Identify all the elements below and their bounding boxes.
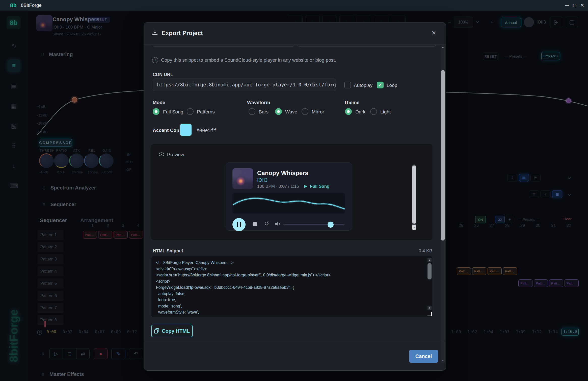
code-scrollbar-thumb[interactable]: [427, 263, 432, 279]
theme-group-label: Theme: [344, 100, 359, 105]
snippet-size-label: 0.4 KB: [411, 248, 432, 254]
scrolled-input-partial[interactable]: [298, 45, 436, 47]
waveform-bars-radio[interactable]: [249, 108, 255, 115]
theme-dark-label[interactable]: Dark: [355, 109, 365, 115]
autoplay-checkbox[interactable]: [344, 82, 351, 88]
modal-body: i Copy this snippet to embed a SoundClou…: [144, 45, 446, 363]
loop-label[interactable]: Loop: [387, 83, 397, 88]
player-album-art: [232, 168, 253, 189]
mode-group-label: Mode: [153, 100, 165, 105]
code-line: ForgeWidget.load('fp-owausqx', 'b3dbcbcc…: [156, 284, 428, 291]
accent-color-hex: #00e5ff: [196, 128, 217, 133]
code-snippet-box[interactable]: <!-- 8BitForge Player: Canopy Whispers -…: [151, 256, 433, 317]
waveform-bars-label[interactable]: Bars: [259, 109, 269, 115]
eye-icon: [158, 152, 165, 157]
player-artist: IOII3: [257, 177, 268, 183]
close-window-button[interactable]: ✕: [578, 2, 586, 9]
theme-light-radio[interactable]: [370, 108, 377, 115]
pause-icon: [237, 222, 241, 227]
player-stop-button[interactable]: [253, 222, 257, 226]
player-mode-label: Full Song: [310, 184, 329, 189]
mode-patterns-label[interactable]: Patterns: [197, 109, 215, 115]
code-scrollbar-up-arrow[interactable]: ▲: [427, 258, 432, 262]
info-icon: i: [152, 57, 158, 63]
preview-scrollbar-down-arrow[interactable]: ▼: [412, 225, 416, 230]
accent-color-label: Accent Color: [153, 128, 182, 133]
waveform-wave-label[interactable]: Wave: [285, 109, 297, 115]
code-line: <script>: [156, 278, 428, 285]
export-project-modal: Export Project × i Copy this snippet to …: [144, 22, 446, 371]
info-text: Copy this snippet to embed a SoundCloud-…: [161, 57, 336, 63]
titlebar: 8b 8BitForge ─ ▢ ✕: [0, 0, 588, 11]
copy-html-button[interactable]: Copy HTML: [151, 325, 193, 337]
volume-icon[interactable]: [275, 221, 281, 228]
maximize-button[interactable]: ▢: [571, 2, 578, 9]
resize-grip[interactable]: [427, 312, 432, 316]
html-snippet-label: HTML Snippet: [153, 248, 183, 254]
code-line: <!-- 8BitForge Player: Canopy Whispers -…: [156, 260, 428, 266]
player-loop-button[interactable]: ↺: [264, 220, 269, 227]
loop-checkbox[interactable]: ✓: [377, 82, 384, 88]
modal-scrollbar-thumb[interactable]: [441, 70, 445, 241]
divider: [144, 341, 446, 341]
close-icon[interactable]: ×: [432, 29, 436, 37]
mode-full-song-radio[interactable]: [153, 108, 159, 115]
volume-slider-track[interactable]: [283, 224, 344, 225]
preview-scrollbar-thumb[interactable]: [412, 165, 416, 224]
autoplay-label[interactable]: Autoplay: [354, 83, 372, 88]
scrolled-input-partial[interactable]: [153, 45, 294, 47]
minimize-button[interactable]: ─: [563, 2, 571, 9]
theme-dark-radio[interactable]: [345, 108, 352, 115]
code-line: loop: true,: [156, 297, 428, 303]
copy-html-label: Copy HTML: [162, 328, 190, 334]
cancel-button[interactable]: Cancel: [409, 350, 438, 363]
waveform-mirror-label[interactable]: Mirror: [312, 109, 324, 115]
play-triangle-icon: ▶: [304, 184, 307, 188]
copy-icon: [154, 328, 159, 334]
download-icon: [152, 29, 158, 37]
mode-patterns-radio[interactable]: [187, 108, 194, 115]
modal-scrollbar-up-arrow[interactable]: ▲: [441, 46, 445, 50]
waveform-group-label: Waveform: [247, 100, 270, 105]
accent-color-swatch[interactable]: [179, 123, 192, 136]
player-track-title: Canopy Whispers: [257, 170, 308, 177]
player-meta: 100 BPM · 0:07 / 1:16: [257, 184, 299, 189]
waveform-wave-radio[interactable]: [275, 108, 282, 115]
app-title: 8BitForge: [21, 3, 42, 8]
app-logo: 8b: [10, 2, 17, 8]
modal-title: Export Project: [162, 30, 203, 37]
waveform-mirror-radio[interactable]: [302, 108, 308, 115]
cdn-url-input[interactable]: https://8bitforge.8binami.app/api-forge-…: [153, 79, 336, 91]
code-line: mode: 'song',: [156, 303, 428, 309]
modal-scrollbar-down-arrow[interactable]: ▼: [441, 359, 445, 363]
code-scrollbar-down-arrow[interactable]: ▼: [427, 306, 432, 310]
app-window: 8b 8BitForge ─ ▢ ✕ 8b ∿ ≡ ▤ ▦ ▧ ⠿ ↓ ⌨ 8b…: [0, 0, 588, 381]
player-waveform[interactable]: [232, 193, 345, 213]
volume-slider-handle[interactable]: [328, 222, 334, 228]
theme-light-label[interactable]: Light: [380, 109, 391, 115]
cdn-url-label: CDN URL: [153, 72, 173, 77]
code-line: autoplay: false,: [156, 291, 428, 297]
pause-button[interactable]: [232, 218, 246, 231]
preview-label: Preview: [167, 152, 184, 157]
code-line: waveformStyle: 'wave',: [156, 309, 428, 316]
mode-full-song-label[interactable]: Full Song: [163, 109, 183, 115]
code-line: <script src="https://8bitforge.8binami.a…: [156, 272, 428, 278]
code-line: <div id="fp-owausqx"></div>: [156, 266, 428, 272]
